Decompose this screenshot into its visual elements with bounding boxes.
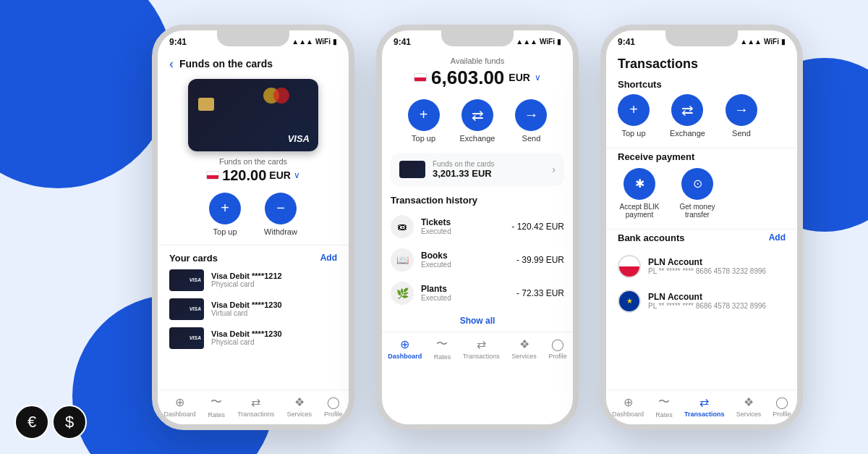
show-all-button[interactable]: Show all: [382, 310, 573, 332]
phone-1-header: ‹ Funds on the cards: [158, 51, 349, 76]
nav-dashboard-3[interactable]: ⊕ Dashboard: [612, 395, 644, 418]
nav-services-1[interactable]: ❖ Services: [286, 395, 312, 418]
accept-blik-circle[interactable]: ✱: [624, 168, 655, 200]
exchange-circle-3[interactable]: ⇄: [671, 94, 703, 126]
exchange-circle-2[interactable]: ⇄: [461, 99, 493, 131]
top-up-circle-3[interactable]: +: [618, 94, 650, 126]
phone-2-currency: EUR: [509, 72, 530, 83]
phone-1-funds-amount: 120.00 EUR ∨: [158, 167, 349, 184]
phones-wrapper: 9:41 ▲▲▲ WiFi ▮ ‹ Funds on the cards VIS…: [101, 14, 854, 440]
nav-rates-1[interactable]: 〜 Rates: [208, 395, 226, 419]
bank-account-iban-2: PL ** ***** **** 8686 4578 3232 8996: [648, 302, 786, 310]
nav-services-2[interactable]: ❖ Services: [511, 337, 537, 360]
nav-transactions-2[interactable]: ⇄ Transactions: [463, 337, 500, 360]
services-icon-2: ❖: [519, 337, 529, 351]
top-up-circle-icon[interactable]: +: [209, 193, 241, 224]
currency-dropdown-2-icon[interactable]: ∨: [535, 72, 541, 83]
withdraw-button[interactable]: − Withdraw: [264, 193, 297, 236]
tx-amount-2: - 39.99 EUR: [516, 255, 564, 265]
send-circle-2[interactable]: →: [515, 99, 547, 131]
pl-flag-icon: [206, 171, 219, 180]
currency-dropdown-icon[interactable]: ∨: [294, 170, 300, 180]
add-card-button[interactable]: Add: [320, 253, 337, 263]
transactions-icon-2: ⇄: [477, 337, 486, 351]
nav-dashboard-label-1: Dashboard: [164, 411, 196, 418]
tx-amount-3: - 72.33 EUR: [516, 288, 564, 298]
currency-value: EUR: [269, 169, 291, 181]
dashboard-icon-1: ⊕: [175, 395, 184, 409]
nav-transactions-label-1: Transactions: [237, 411, 274, 418]
nav-dashboard-label-2: Dashboard: [388, 353, 422, 360]
add-account-button[interactable]: Add: [769, 232, 786, 243]
nav-transactions-1[interactable]: ⇄ Transactions: [237, 395, 274, 418]
phone-2-actions: + Top up ⇄ Exchange → Send: [382, 99, 573, 143]
bank-account-info-1: PLN Account PL ** ***** **** 8686 4578 3…: [648, 257, 786, 275]
get-money-button[interactable]: ⊙ Get money transfer: [676, 168, 719, 219]
visa-logo: VISA: [288, 133, 310, 144]
nav-services-label-2: Services: [511, 353, 537, 360]
rates-icon-2: 〜: [436, 337, 448, 352]
tx-item-3[interactable]: 🌿 Plants Executed - 72.33 EUR: [382, 277, 573, 310]
phone-1-notch: [217, 30, 289, 46]
shortcuts-label: Shortcuts: [606, 76, 797, 94]
get-money-circle[interactable]: ⊙: [681, 168, 713, 200]
phone-1-title: Funds on the cards: [179, 58, 273, 70]
nav-dashboard-2[interactable]: ⊕ Dashboard: [388, 337, 422, 360]
nav-rates-label-2: Rates: [434, 353, 451, 361]
nav-dashboard-1[interactable]: ⊕ Dashboard: [164, 395, 196, 418]
exchange-btn-2[interactable]: ⇄ Exchange: [460, 99, 495, 143]
send-btn-2[interactable]: → Send: [515, 99, 547, 143]
exchange-btn-3[interactable]: ⇄ Exchange: [670, 94, 705, 138]
phone-2-status-icons: ▲▲▲ WiFi ▮: [516, 38, 561, 46]
nav-services-3[interactable]: ❖ Services: [736, 395, 762, 418]
send-circle-3[interactable]: →: [726, 94, 757, 126]
tx-info-1: Tickets Executed: [421, 217, 504, 235]
card-list-item-2[interactable]: VISA Visa Debit ****1230 Virtual card: [169, 298, 337, 320]
nav-transactions-3[interactable]: ⇄ Transactions: [684, 395, 725, 418]
your-cards-title: Your cards: [169, 253, 218, 264]
top-up-btn-3[interactable]: + Top up: [618, 94, 650, 138]
dashboard-icon-3: ⊕: [624, 395, 633, 409]
nav-rates-2[interactable]: 〜 Rates: [434, 337, 451, 361]
card-list-item-1[interactable]: VISA Visa Debit ****1212 Physical card: [169, 269, 337, 291]
nav-profile-3[interactable]: ◯ Profile: [773, 395, 791, 418]
funds-card-row[interactable]: Funds on the cards 3,201.33 EUR ›: [391, 153, 564, 186]
nav-rates-3[interactable]: 〜 Rates: [655, 395, 673, 419]
tx-icon-books: 📖: [391, 248, 414, 272]
bank-account-1[interactable]: PLN Account PL ** ***** **** 8686 4578 3…: [606, 249, 797, 284]
card-brand-circles: [263, 88, 289, 104]
accept-blik-label: Accept BLIK payment: [618, 203, 661, 219]
tx-name-3: Plants: [421, 284, 509, 294]
rates-icon-3: 〜: [658, 395, 670, 410]
tx-name-1: Tickets: [421, 217, 504, 227]
top-up-btn-2[interactable]: + Top up: [408, 99, 440, 143]
phone-2: 9:41 ▲▲▲ WiFi ▮ Available funds 6,603.00…: [376, 25, 579, 430]
card-list-item-3[interactable]: VISA Visa Debit ****1230 Physical card: [169, 327, 337, 349]
tx-status-3: Executed: [421, 294, 509, 302]
phone-3-receive-actions: ✱ Accept BLIK payment ⊙ Get money transf…: [606, 168, 797, 219]
top-up-button[interactable]: + Top up: [209, 193, 241, 236]
phone-3-header: Transactions: [606, 51, 797, 76]
withdraw-circle-icon[interactable]: −: [265, 193, 297, 224]
battery-icon-3: ▮: [781, 38, 786, 46]
phone-3-status-icons: ▲▲▲ WiFi ▮: [740, 38, 786, 46]
send-btn-3[interactable]: → Send: [726, 94, 757, 138]
accept-blik-button[interactable]: ✱ Accept BLIK payment: [618, 168, 661, 219]
card-mini-visa-2: VISA: [190, 306, 201, 311]
bank-account-iban-1: PL ** ***** **** 8686 4578 3232 8996: [648, 267, 786, 275]
send-label-2: Send: [522, 134, 541, 143]
back-arrow-icon[interactable]: ‹: [169, 56, 174, 72]
nav-profile-1[interactable]: ◯ Profile: [324, 395, 343, 418]
top-up-circle-2[interactable]: +: [408, 99, 440, 131]
profile-icon-2: ◯: [551, 337, 564, 351]
services-icon-1: ❖: [294, 395, 305, 409]
logo: € $: [14, 405, 87, 440]
nav-profile-2[interactable]: ◯ Profile: [548, 337, 567, 360]
transactions-icon-3: ⇄: [699, 395, 709, 409]
tx-item-1[interactable]: 🎟 Tickets Executed - 120.42 EUR: [382, 210, 573, 243]
phone-1-status-icons: ▲▲▲ WiFi ▮: [292, 38, 337, 46]
phone-1-content: ‹ Funds on the cards VISA Funds on the c…: [158, 51, 349, 424]
tx-item-2[interactable]: 📖 Books Executed - 39.99 EUR: [382, 243, 573, 277]
bank-account-2[interactable]: ★ PLN Account PL ** ***** **** 8686 4578…: [606, 284, 797, 319]
nav-rates-label-3: Rates: [655, 411, 673, 419]
